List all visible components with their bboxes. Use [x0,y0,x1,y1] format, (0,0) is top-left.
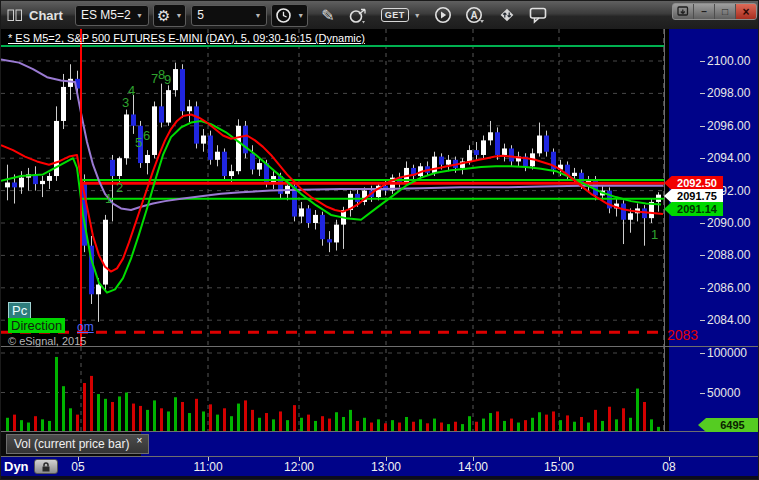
candle-up [5,183,10,188]
om-link[interactable]: om [77,320,94,334]
volume-bar [125,393,128,433]
candle-down [327,239,332,242]
candle-up [488,132,493,140]
count-annotation: 9 [164,72,171,87]
time-axis-label: 13:00 [364,460,408,474]
time-tick-mark [473,457,474,461]
volume-bar [62,386,65,432]
time-axis-label: 12:00 [277,460,321,474]
candle-down [194,106,199,143]
volume-bar [342,417,345,432]
candle-up [229,171,234,176]
time-tick-mark [299,457,300,461]
candle-up [47,176,52,181]
window-bottom-edge [1,476,759,480]
volume-bar [69,408,72,432]
volume-bar [545,415,548,432]
volume-bar [636,389,639,432]
time-axis-label: 11:00 [186,460,230,474]
volume-bar [6,418,9,432]
mid-ma-green [1,121,661,293]
volume-bar [188,413,191,432]
candle-up [103,220,108,285]
candle-up [481,140,486,155]
volume-bar [195,399,198,432]
slow-ma-purple [1,59,663,210]
candle-down [320,215,325,239]
volume-bar [468,416,471,432]
close-icon[interactable]: × [136,436,142,446]
volume-bar [146,410,149,432]
time-tick-mark [78,457,79,461]
candle-down [208,136,213,160]
candle-up [215,152,220,160]
time-axis[interactable]: Dyn 0511:0012:0013:0014:0015:0008 [1,456,759,476]
volume-bar [104,399,107,432]
candle-down [110,160,115,176]
candle-down [621,204,626,220]
pane-divider[interactable] [1,346,759,347]
axis-divider [664,29,665,456]
volume-bar [594,410,597,432]
volume-bar [608,407,611,432]
tab-volume-label: Vol (current price bar) [14,437,129,451]
candle-down [159,106,164,122]
price-badge: 2092.50 [664,176,723,190]
candle-down [439,157,444,165]
candle-up [257,163,262,169]
fast-ma-red [1,114,663,271]
volume-bar [181,402,184,432]
volume-bar [496,411,499,432]
indicator-label-direction[interactable]: Direction [8,318,65,333]
dyn-mode-label: Dyn [4,459,29,474]
candle-down [593,179,598,195]
time-lock-button[interactable] [34,459,58,474]
volume-bar [118,396,121,432]
candle-up [236,126,241,171]
time-tick-mark [559,457,560,461]
volume-bar [76,415,79,432]
volume-bar [405,417,408,432]
candle-up [572,173,577,176]
candle-up [61,87,66,121]
volume-bar [139,406,142,432]
candle-up [334,225,339,243]
candle-up [628,213,633,219]
volume-bar [300,418,303,432]
price-badge: 2091.75 [664,189,723,203]
chart-window: Chart ES M5=2 ▼ ⚙ ▼ 5 ▼ ▼ ✎ GET ▼ [0,0,759,480]
volume-bar [265,413,268,432]
candle-down [306,208,311,223]
candle-up [502,148,507,154]
volume-bar [293,405,296,432]
volume-bar [90,376,93,432]
candle-down [495,132,500,155]
candle-down [474,150,479,155]
volume-bar [279,411,282,432]
time-tick-mark [208,457,209,461]
chart-plot[interactable]: 1234567891 [1,1,759,480]
volume-bar [209,404,212,432]
candle-up [187,106,192,111]
candle-up [173,69,178,90]
volume-bar [223,408,226,432]
copyright-label: © eSignal, 2015 [8,335,86,347]
volume-bar [160,408,163,432]
volume-bar [629,418,632,432]
volume-bar [552,411,555,432]
count-annotation: 5 [135,135,142,150]
count-annotation: 4 [128,83,135,98]
tab-volume[interactable]: Vol (current price bar) × [6,434,149,454]
volume-bar [363,418,366,432]
volume-bar [216,415,219,432]
candle-down [222,152,227,176]
volume-bar [251,410,254,432]
volume-bar [34,416,37,432]
indicator-label-pc[interactable]: Pc [8,302,31,319]
volume-bar [230,416,233,432]
count-annotation: 6 [143,128,150,143]
volume-bar [566,415,569,432]
volume-bar [132,404,135,432]
volume-bar [83,383,86,432]
candle-up [166,90,171,122]
